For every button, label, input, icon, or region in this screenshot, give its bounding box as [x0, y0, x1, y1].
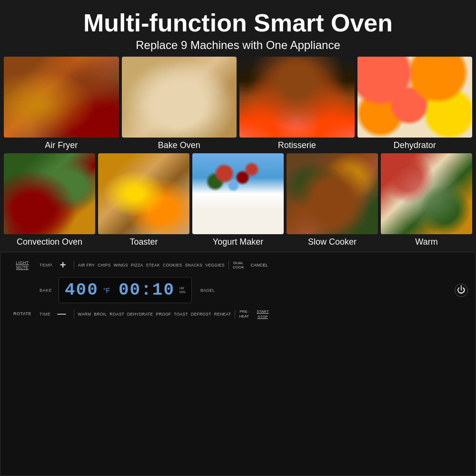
food-image-bake-oven	[122, 57, 237, 138]
food-label-convection-oven: Convection Oven	[17, 237, 82, 247]
snacks-button[interactable]: SNACKS	[185, 263, 203, 268]
food-image-convection-oven	[4, 153, 95, 234]
toast-button[interactable]: TOAST	[174, 312, 188, 317]
time-display: 00:10	[119, 280, 175, 300]
bake-label: BAKE	[40, 288, 52, 293]
grid-section: Air Fryer Bake Oven Rotisserie Dehydrato…	[0, 57, 476, 247]
food-label-slow-cooker: Slow Cooker	[308, 237, 357, 247]
cancel-button[interactable]: CANCEL	[251, 263, 268, 268]
proof-button[interactable]: PROOF	[156, 312, 171, 317]
food-item-warm: Warm	[381, 153, 472, 247]
broil-button[interactable]: BROIL	[94, 312, 107, 317]
food-image-dehydrator	[357, 57, 473, 138]
food-label-air-fryer: Air Fryer	[45, 140, 78, 150]
food-item-dehydrator: Dehydrator	[357, 57, 473, 150]
dual-cook-button[interactable]: DUAL COOK	[233, 261, 244, 270]
chips-button[interactable]: CHIPS	[98, 263, 110, 268]
temp-label: TEMP.	[40, 263, 53, 268]
food-item-yogurt-maker: Yogurt Maker	[192, 153, 284, 247]
display-area: 400 °F 00:10 HR MIN	[59, 277, 192, 303]
food-item-air-fryer: Air Fryer	[4, 57, 119, 150]
food-label-toaster: Toaster	[129, 237, 158, 247]
roast-button[interactable]: ROAST	[109, 312, 124, 317]
pre-heat-button[interactable]: PRE- HEAT	[239, 309, 249, 318]
cookies-button[interactable]: COOKIES	[163, 263, 182, 268]
food-image-warm	[381, 153, 472, 234]
food-item-toaster: Toaster	[98, 153, 189, 247]
control-panel: LIGHT MUTE TEMP. + AIR FRY CHIPS WINGS P…	[0, 252, 476, 476]
start-stop-button[interactable]: START STOP	[257, 309, 268, 319]
panel-section: LIGHT MUTE TEMP. + AIR FRY CHIPS WINGS P…	[8, 258, 468, 320]
warm-button[interactable]: WARM	[78, 312, 91, 317]
divider-1	[74, 261, 74, 269]
rotate-button[interactable]: ROTATE	[11, 310, 33, 317]
rotate-group: ROTATE	[8, 310, 37, 317]
light-mute-button[interactable]: LIGHT MUTE	[14, 259, 31, 271]
power-button[interactable]: ⏻	[455, 284, 468, 297]
food-label-warm: Warm	[415, 237, 437, 247]
veggies-button[interactable]: VEGGIES	[206, 263, 225, 268]
ctrl-row-2: BAKE 400 °F 00:10 HR MIN BAGEL ⏻	[8, 277, 468, 303]
header: Multi-function Smart Oven Replace 9 Mach…	[74, 0, 402, 57]
food-image-slow-cooker	[287, 153, 378, 234]
defrost-button[interactable]: DEFROST	[191, 312, 211, 317]
food-label-bake-oven: Bake Oven	[158, 140, 200, 150]
reheat-button[interactable]: REHEAT	[214, 312, 231, 317]
food-label-rotisserie: Rotisserie	[278, 140, 316, 150]
divider-4	[235, 310, 235, 318]
food-label-yogurt-maker: Yogurt Maker	[213, 237, 263, 247]
food-image-rotisserie	[239, 57, 355, 138]
food-image-air-fryer	[4, 57, 119, 138]
top-row: Air Fryer Bake Oven Rotisserie Dehydrato…	[4, 57, 472, 150]
minus-button[interactable]: —	[54, 308, 70, 320]
food-item-slow-cooker: Slow Cooker	[287, 153, 378, 247]
main-container: Multi-function Smart Oven Replace 9 Mach…	[0, 0, 476, 476]
sub-title: Replace 9 Machines with One Appliance	[83, 39, 393, 52]
food-item-convection-oven: Convection Oven	[4, 153, 95, 247]
food-item-rotisserie: Rotisserie	[239, 57, 355, 150]
air-fry-button[interactable]: AIR FRY	[78, 263, 95, 268]
plus-button[interactable]: +	[56, 258, 70, 272]
pizza-button[interactable]: PIZZA	[131, 263, 143, 268]
food-label-dehydrator: Dehydrator	[394, 140, 436, 150]
hr-min-label: HR MIN	[179, 287, 186, 294]
temp-unit-display: °F	[103, 287, 110, 294]
wings-button[interactable]: WINGS	[114, 263, 128, 268]
ctrl-row-3: ROTATE TIME — WARM BROIL ROAST DEHYDRATE…	[8, 308, 468, 320]
temp-display: 400	[65, 280, 99, 300]
ctrl-row-1: LIGHT MUTE TEMP. + AIR FRY CHIPS WINGS P…	[8, 258, 468, 272]
right-controls: ⏻	[455, 284, 468, 297]
time-label: TIME	[40, 312, 51, 317]
main-title: Multi-function Smart Oven	[83, 10, 393, 37]
divider-3	[74, 310, 74, 318]
food-image-yogurt-maker	[192, 153, 284, 234]
dehydrate-button[interactable]: DEHYDRATE	[127, 312, 153, 317]
steak-button[interactable]: STEAK	[146, 263, 160, 268]
food-image-toaster	[98, 153, 189, 234]
light-mute-group: LIGHT MUTE	[8, 259, 37, 271]
divider-2	[228, 261, 229, 269]
bagel-button[interactable]: BAGEL	[200, 288, 215, 293]
food-item-bake-oven: Bake Oven	[122, 57, 237, 150]
bottom-row: Convection Oven Toaster Yogurt Maker Slo…	[4, 153, 472, 247]
